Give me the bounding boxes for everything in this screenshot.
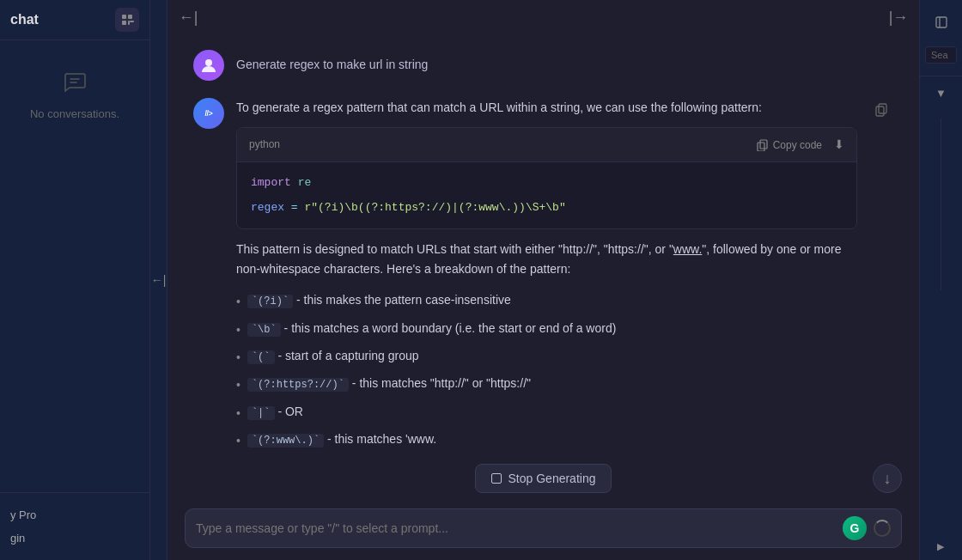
code-header: python Copy code ⬇: [237, 128, 856, 161]
bullet-text-4: `|` - OR: [247, 402, 303, 422]
ai-desc-text: This pattern is designed to match URLs t…: [236, 240, 857, 278]
forward-arrow-button[interactable]: |→: [886, 5, 910, 29]
sidebar-pro-item[interactable]: y Pro: [10, 503, 139, 527]
svg-rect-4: [130, 21, 134, 22]
ai-intro-text: To generate a regex pattern that can mat…: [236, 100, 762, 114]
svg-rect-12: [936, 17, 947, 27]
loading-spinner: [874, 520, 891, 537]
expand-arrow-button[interactable]: ▼: [932, 83, 950, 103]
bullet-text-5: `(?:www\.)` - this matches 'www.: [247, 429, 436, 449]
copy-code-button[interactable]: Copy code: [752, 137, 827, 153]
right-panel-top: Sea: [920, 0, 962, 76]
sidebar-title: chat: [10, 12, 39, 27]
stop-square-icon: [491, 473, 502, 484]
svg-rect-2: [122, 21, 126, 25]
bullet-text-2: `(` - start of a capturing group: [247, 346, 419, 366]
bullet-item-1: • `\b` - this matches a word boundary (i…: [236, 315, 857, 343]
svg-rect-8: [760, 140, 767, 149]
bullet-dot-4: •: [236, 404, 240, 423]
bullet-text-1: `\b` - this matches a word boundary (i.e…: [247, 319, 616, 338]
sidebar-header: chat: [0, 0, 149, 40]
bullet-item-4: • `|` - OR: [236, 399, 857, 426]
svg-rect-11: [876, 107, 884, 116]
bullet-text-0: `(?i)` - this makes the pattern case-ins…: [247, 290, 511, 310]
back-arrow-button[interactable]: ←|: [176, 5, 200, 29]
sidebar: chat No conversations. y Pro gin: [0, 0, 150, 560]
svg-rect-1: [128, 15, 132, 19]
right-panel: Sea ▼ ▶: [919, 0, 962, 560]
sidebar-bottom: y Pro gin: [0, 492, 149, 560]
scroll-down-icon: ↓: [884, 470, 892, 488]
code-line-2: regex = r"(?i)\b((?:https?://)|(?:www\.)…: [251, 199, 843, 217]
new-chat-button[interactable]: [115, 8, 139, 32]
svg-rect-0: [122, 15, 126, 19]
user-message-text: Generate regex to make url in string: [236, 50, 893, 74]
user-message-row: Generate regex to make url in string: [167, 41, 919, 89]
bullet-dot-2: •: [236, 348, 240, 367]
send-icon-symbol: G: [850, 521, 860, 535]
main-chat-area: ←| |→ Generate regex to make url in stri…: [167, 0, 919, 560]
bullet-item-2: • `(` - start of a capturing group: [236, 343, 857, 370]
ai-message-content: To generate a regex pattern that can mat…: [236, 98, 857, 461]
scroll-to-bottom-button[interactable]: ↓: [873, 464, 902, 493]
no-conversations-area: No conversations.: [0, 40, 149, 492]
no-conversations-text: No conversations.: [30, 107, 119, 120]
right-search-label[interactable]: Sea: [931, 50, 948, 60]
bullet-item-5: • `(?:www\.)` - this matches 'www.: [236, 426, 857, 453]
svg-point-7: [205, 59, 212, 66]
copy-message-button[interactable]: [869, 98, 893, 122]
ai-avatar: //>: [193, 98, 224, 129]
new-window-button[interactable]: [928, 9, 955, 36]
code-line-1: import re: [251, 174, 843, 192]
no-conversations-icon: [58, 66, 91, 99]
stop-generating-label: Stop Generating: [508, 472, 596, 485]
bullet-dot-3: •: [236, 375, 240, 394]
input-area: G: [167, 500, 919, 560]
download-code-button[interactable]: ⬇: [834, 135, 844, 154]
bullet-dot-5: •: [236, 431, 240, 450]
bullet-dot-0: •: [236, 292, 240, 311]
bullet-item-0: • `(?i)` - this makes the pattern case-i…: [236, 287, 857, 314]
code-body: import re regex = r"(?i)\b((?:https?://)…: [237, 162, 856, 229]
svg-rect-3: [128, 21, 130, 25]
code-block: python Copy code ⬇: [236, 127, 857, 229]
message-input[interactable]: [196, 521, 836, 535]
input-wrapper: G: [185, 508, 902, 548]
ai-message-row: //> To generate a regex pattern that can…: [167, 89, 919, 470]
send-button[interactable]: G: [843, 516, 867, 540]
bullet-dot-1: •: [236, 320, 240, 339]
www-link: www.: [673, 242, 702, 256]
svg-rect-10: [879, 104, 886, 113]
left-collapse-icon: ←|: [151, 273, 167, 287]
svg-rect-9: [758, 143, 764, 151]
stop-generating-button[interactable]: Stop Generating: [475, 464, 612, 493]
right-collapse-button[interactable]: ▶: [935, 541, 947, 553]
bullet-text-3: `(?:https?://)` - this matches "http://"…: [247, 374, 531, 393]
bullet-list: • `(?i)` - this makes the pattern case-i…: [236, 287, 857, 453]
user-avatar: [193, 50, 224, 81]
copy-code-label: Copy code: [773, 139, 822, 151]
sidebar-login-item[interactable]: gin: [10, 527, 139, 550]
bullet-item-3: • `(?:https?://)` - this matches "http:/…: [236, 370, 857, 398]
left-collapse-bar[interactable]: ←|: [150, 0, 167, 560]
code-language-label: python: [249, 137, 280, 153]
